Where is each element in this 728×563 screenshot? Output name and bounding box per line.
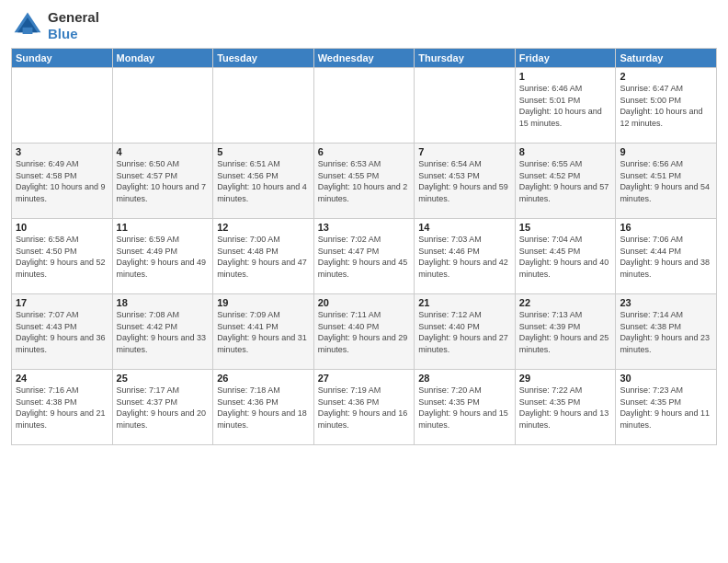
calendar-day-cell: 12Sunrise: 7:00 AM Sunset: 4:48 PM Dayli… [213,219,314,294]
day-info: Sunrise: 6:46 AM Sunset: 5:01 PM Dayligh… [519,83,612,129]
page-header: General Blue [11,9,717,42]
calendar-day-cell: 23Sunrise: 7:14 AM Sunset: 4:38 PM Dayli… [616,294,717,370]
day-info: Sunrise: 6:51 AM Sunset: 4:56 PM Dayligh… [217,158,310,204]
calendar-day-cell: 7Sunrise: 6:54 AM Sunset: 4:53 PM Daylig… [415,144,516,219]
calendar-day-cell [313,68,415,144]
calendar-week-row: 17Sunrise: 7:07 AM Sunset: 4:43 PM Dayli… [12,294,717,370]
day-info: Sunrise: 6:53 AM Sunset: 4:55 PM Dayligh… [318,158,411,204]
day-number: 5 [217,146,310,157]
day-number: 6 [318,146,411,157]
calendar-day-cell: 3Sunrise: 6:49 AM Sunset: 4:58 PM Daylig… [12,144,113,219]
calendar-day-cell: 28Sunrise: 7:20 AM Sunset: 4:35 PM Dayli… [415,370,516,445]
calendar-day-cell: 10Sunrise: 6:58 AM Sunset: 4:50 PM Dayli… [12,219,113,294]
day-number: 7 [418,146,511,157]
day-number: 4 [117,146,210,157]
weekday-header-row: SundayMondayTuesdayWednesdayThursdayFrid… [12,49,717,68]
calendar-day-cell: 27Sunrise: 7:19 AM Sunset: 4:36 PM Dayli… [313,370,415,445]
calendar-day-cell [415,68,516,144]
day-info: Sunrise: 7:08 AM Sunset: 4:42 PM Dayligh… [117,309,210,355]
day-number: 15 [519,222,612,233]
weekday-header-cell: Thursday [415,49,516,68]
day-info: Sunrise: 7:17 AM Sunset: 4:37 PM Dayligh… [117,385,210,431]
day-info: Sunrise: 6:47 AM Sunset: 5:00 PM Dayligh… [620,83,712,129]
day-number: 16 [620,222,712,233]
day-number: 10 [16,222,108,233]
day-number: 27 [318,373,411,384]
calendar-day-cell: 25Sunrise: 7:17 AM Sunset: 4:37 PM Dayli… [112,370,213,445]
logo-icon [11,9,44,42]
logo: General Blue [11,9,99,42]
svg-rect-2 [23,28,33,34]
calendar-day-cell: 8Sunrise: 6:55 AM Sunset: 4:52 PM Daylig… [515,144,616,219]
calendar-week-row: 1Sunrise: 6:46 AM Sunset: 5:01 PM Daylig… [12,68,717,144]
calendar-week-row: 10Sunrise: 6:58 AM Sunset: 4:50 PM Dayli… [12,219,717,294]
day-info: Sunrise: 7:04 AM Sunset: 4:45 PM Dayligh… [519,234,612,280]
day-info: Sunrise: 7:07 AM Sunset: 4:43 PM Dayligh… [16,309,108,355]
calendar-day-cell: 16Sunrise: 7:06 AM Sunset: 4:44 PM Dayli… [616,219,717,294]
day-info: Sunrise: 7:00 AM Sunset: 4:48 PM Dayligh… [217,234,310,280]
weekday-header-cell: Sunday [12,49,113,68]
calendar-day-cell: 11Sunrise: 6:59 AM Sunset: 4:49 PM Dayli… [112,219,213,294]
day-info: Sunrise: 6:50 AM Sunset: 4:57 PM Dayligh… [117,158,210,204]
day-info: Sunrise: 7:23 AM Sunset: 4:35 PM Dayligh… [620,385,712,431]
calendar-day-cell: 15Sunrise: 7:04 AM Sunset: 4:45 PM Dayli… [515,219,616,294]
day-number: 28 [418,373,511,384]
calendar-day-cell: 22Sunrise: 7:13 AM Sunset: 4:39 PM Dayli… [515,294,616,370]
calendar-week-row: 3Sunrise: 6:49 AM Sunset: 4:58 PM Daylig… [12,144,717,219]
weekday-header-cell: Friday [515,49,616,68]
calendar-day-cell [213,68,314,144]
day-info: Sunrise: 7:12 AM Sunset: 4:40 PM Dayligh… [418,309,511,355]
weekday-header-cell: Saturday [616,49,717,68]
calendar-day-cell: 24Sunrise: 7:16 AM Sunset: 4:38 PM Dayli… [12,370,113,445]
day-info: Sunrise: 6:54 AM Sunset: 4:53 PM Dayligh… [418,158,511,204]
calendar-day-cell: 18Sunrise: 7:08 AM Sunset: 4:42 PM Dayli… [112,294,213,370]
day-info: Sunrise: 6:59 AM Sunset: 4:49 PM Dayligh… [117,234,210,280]
calendar-day-cell: 9Sunrise: 6:56 AM Sunset: 4:51 PM Daylig… [616,144,717,219]
calendar-day-cell: 21Sunrise: 7:12 AM Sunset: 4:40 PM Dayli… [415,294,516,370]
day-info: Sunrise: 7:11 AM Sunset: 4:40 PM Dayligh… [318,309,411,355]
day-info: Sunrise: 7:09 AM Sunset: 4:41 PM Dayligh… [217,309,310,355]
day-number: 1 [519,71,612,82]
day-number: 18 [117,297,210,308]
day-info: Sunrise: 6:49 AM Sunset: 4:58 PM Dayligh… [16,158,108,204]
calendar-day-cell: 13Sunrise: 7:02 AM Sunset: 4:47 PM Dayli… [313,219,415,294]
day-info: Sunrise: 6:58 AM Sunset: 4:50 PM Dayligh… [16,234,108,280]
day-info: Sunrise: 7:22 AM Sunset: 4:35 PM Dayligh… [519,385,612,431]
day-number: 20 [318,297,411,308]
day-number: 21 [418,297,511,308]
day-info: Sunrise: 7:14 AM Sunset: 4:38 PM Dayligh… [620,309,712,355]
day-number: 24 [16,373,108,384]
calendar-day-cell: 2Sunrise: 6:47 AM Sunset: 5:00 PM Daylig… [616,68,717,144]
day-number: 8 [519,146,612,157]
day-number: 30 [620,373,712,384]
calendar-table: SundayMondayTuesdayWednesdayThursdayFrid… [11,48,717,445]
day-info: Sunrise: 7:20 AM Sunset: 4:35 PM Dayligh… [418,385,511,431]
calendar-day-cell: 20Sunrise: 7:11 AM Sunset: 4:40 PM Dayli… [313,294,415,370]
day-number: 23 [620,297,712,308]
day-info: Sunrise: 7:16 AM Sunset: 4:38 PM Dayligh… [16,385,108,431]
day-number: 14 [418,222,511,233]
day-number: 19 [217,297,310,308]
calendar-body: 1Sunrise: 6:46 AM Sunset: 5:01 PM Daylig… [12,68,717,445]
calendar-day-cell: 17Sunrise: 7:07 AM Sunset: 4:43 PM Dayli… [12,294,113,370]
day-number: 25 [117,373,210,384]
day-number: 13 [318,222,411,233]
calendar-day-cell: 26Sunrise: 7:18 AM Sunset: 4:36 PM Dayli… [213,370,314,445]
day-number: 17 [16,297,108,308]
day-number: 22 [519,297,612,308]
calendar-week-row: 24Sunrise: 7:16 AM Sunset: 4:38 PM Dayli… [12,370,717,445]
calendar-day-cell: 5Sunrise: 6:51 AM Sunset: 4:56 PM Daylig… [213,144,314,219]
day-info: Sunrise: 7:18 AM Sunset: 4:36 PM Dayligh… [217,385,310,431]
calendar-day-cell: 29Sunrise: 7:22 AM Sunset: 4:35 PM Dayli… [515,370,616,445]
day-info: Sunrise: 7:02 AM Sunset: 4:47 PM Dayligh… [318,234,411,280]
day-info: Sunrise: 7:03 AM Sunset: 4:46 PM Dayligh… [418,234,511,280]
calendar-day-cell: 4Sunrise: 6:50 AM Sunset: 4:57 PM Daylig… [112,144,213,219]
day-number: 2 [620,71,712,82]
day-number: 26 [217,373,310,384]
calendar-day-cell [112,68,213,144]
calendar-day-cell: 14Sunrise: 7:03 AM Sunset: 4:46 PM Dayli… [415,219,516,294]
weekday-header-cell: Tuesday [213,49,314,68]
day-number: 12 [217,222,310,233]
day-number: 3 [16,146,108,157]
day-info: Sunrise: 6:56 AM Sunset: 4:51 PM Dayligh… [620,158,712,204]
